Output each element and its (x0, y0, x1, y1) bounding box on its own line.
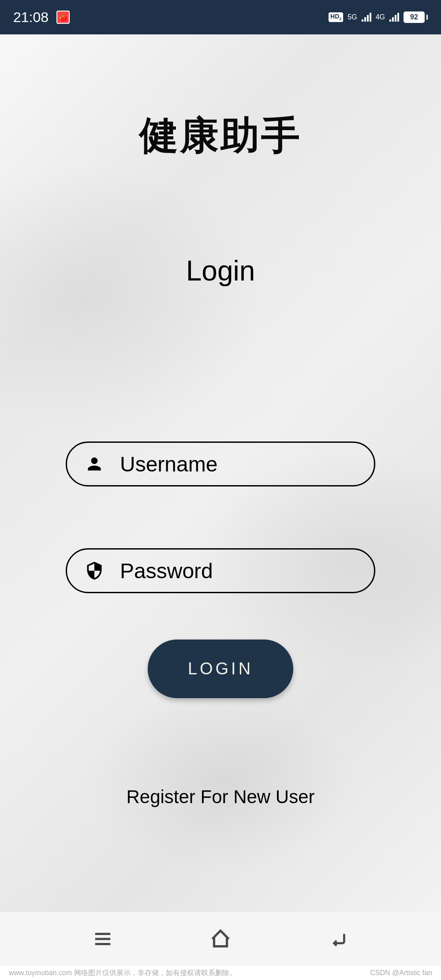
login-heading: Login (186, 254, 255, 287)
footer-watermark: www.toymoban.com 网络图片仅供展示，非存储，如有侵权请联系删除。… (0, 966, 441, 980)
network-4g-label: 4G (376, 13, 385, 21)
battery-level: 92 (404, 11, 425, 23)
back-button[interactable] (325, 926, 351, 952)
username-field[interactable] (66, 441, 375, 486)
navigation-bar (0, 912, 441, 966)
person-icon (85, 454, 104, 474)
hd-badge-icon: HD2 (329, 12, 343, 22)
main-content: 健康助手 Login LOGIN Register For New User (0, 34, 441, 912)
menu-button[interactable] (90, 926, 116, 952)
username-input[interactable] (120, 452, 384, 476)
watermark-left: www.toymoban.com 网络图片仅供展示，非存储，如有侵权请联系删除。 (9, 969, 236, 978)
status-bar: 21:08 🍅 HD2 5G 4G 92 (0, 0, 441, 34)
password-input[interactable] (120, 559, 384, 583)
app-title: 健康助手 (139, 109, 302, 162)
app-notification-icon: 🍅 (56, 11, 70, 24)
password-field[interactable] (66, 548, 375, 593)
battery-icon: 92 (404, 11, 428, 23)
shield-icon (85, 561, 104, 580)
register-link[interactable]: Register For New User (126, 786, 314, 808)
signal-bars-4g-icon (389, 13, 399, 22)
status-time: 21:08 (13, 9, 49, 26)
watermark-right: CSDN @Artistic fan (370, 969, 432, 977)
menu-icon (93, 929, 113, 949)
signal-bars-5g-icon (362, 13, 371, 22)
home-icon (209, 928, 232, 950)
login-button[interactable]: LOGIN (148, 640, 293, 698)
back-icon (328, 929, 348, 949)
status-right: HD2 5G 4G 92 (329, 11, 428, 23)
status-left: 21:08 🍅 (13, 9, 70, 26)
network-5g-label: 5G (348, 13, 357, 21)
home-button[interactable] (207, 926, 234, 952)
